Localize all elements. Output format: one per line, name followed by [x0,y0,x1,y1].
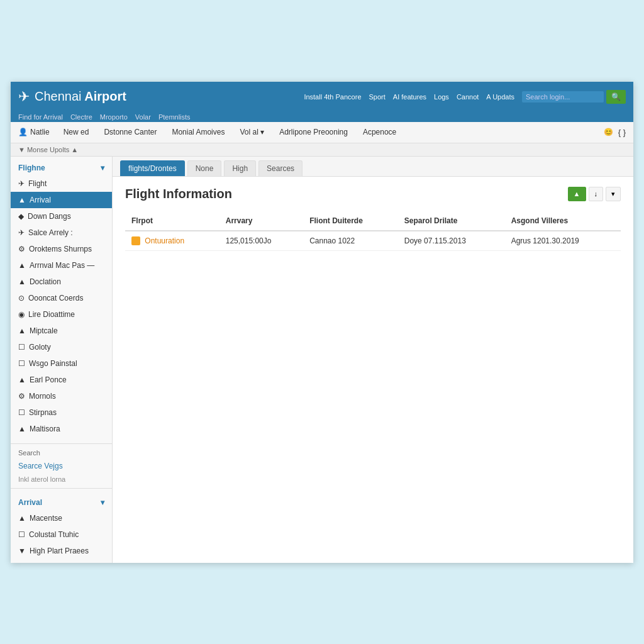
menu-adrl[interactable]: Adrlipone Preooning [278,128,349,136]
sidebar-item-salce[interactable]: ✈ Salce Arrely : [11,225,112,241]
arrnval-icon: ▲ [18,261,26,270]
main-layout: Flighne ▾ ✈ Flight ▲ Arrival ◆ Down Dang… [11,157,633,563]
sidebar-item-flight[interactable]: ✈ Flight [11,175,112,192]
cell-arrvary: 125,015:00Jo [219,231,303,251]
arrival-icon: ▲ [18,196,26,204]
subnav-clectre[interactable]: Clectre [70,113,92,121]
flight-icon: ✈ [18,179,25,188]
stirpnas-icon: ☐ [18,408,25,417]
high-plart-icon: ▼ [18,547,26,555]
menu-vol[interactable]: Vol al ▾ [238,128,265,136]
tab-high[interactable]: High [224,160,256,176]
sidebar-section-flights: Flighne ▾ ✈ Flight ▲ Arrival ◆ Down Dang… [11,157,112,441]
subnav-mro[interactable]: Mroporto [100,113,128,121]
action-btn-down[interactable]: ↓ [589,187,604,201]
col-arrvary: Arrvary [219,211,303,231]
cell-flrpot: Ontuuration [125,231,219,251]
earl-icon: ▲ [18,375,26,384]
user-label: Natlie [30,128,50,136]
flight-link[interactable]: Ontuuration [145,236,184,245]
sidebar-arrival-section: Arrival ▾ ▲ Macentse ☐ Colustal Ttuhic ▼… [11,491,112,563]
table-row: Ontuuration 125,015:00Jo Cannao 1022 Doy… [125,231,621,251]
section-header: Flight Information ▲ ↓ ▾ [125,187,621,201]
menu-bar-right: 😊 { } [604,128,626,137]
col-separol: Separol Drilate [398,211,505,231]
nav-install[interactable]: Install 4th Pancore [304,93,361,101]
sidebar-item-earl[interactable]: ▲ Earl Ponce [11,372,112,388]
down-dangs-icon: ◆ [18,212,24,221]
nav-ai[interactable]: AI features [393,93,426,101]
sidebar-item-arrival[interactable]: ▲ Arrival [11,192,112,208]
action-btn-dropdown[interactable]: ▾ [606,187,621,201]
menu-new[interactable]: New ed [62,128,91,136]
section-actions: ▲ ↓ ▾ [568,187,621,201]
top-search-input[interactable] [522,91,604,103]
miptcale-icon: ▲ [18,326,26,335]
lire-icon: ◉ [18,310,25,319]
nav-sport[interactable]: Sport [369,93,386,101]
menu-bar-left: 👤 Natlie New ed Dstonne Canter Monial Am… [18,128,397,136]
menu-monial[interactable]: Monial Amoives [170,128,226,136]
subnav-volar[interactable]: Volar [135,113,151,121]
plane-icon: ✈ [18,89,30,105]
action-btn-up[interactable]: ▲ [568,187,586,201]
sidebar-item-wsgo[interactable]: ☐ Wsgo Painstal [11,355,112,372]
col-flrpot: Flrpot [125,211,219,231]
user-menu[interactable]: 👤 Natlie [18,128,50,136]
col-fliont: Fliont Duiterde [303,211,398,231]
nav-cannot[interactable]: Cannot [457,93,479,101]
sidebar-item-goloty[interactable]: ☐ Goloty [11,339,112,355]
sidebar-item-high-plart[interactable]: ▼ High Plart Praees [11,543,112,559]
sidebar-item-macentse[interactable]: ▲ Macentse [11,510,112,526]
sidebar-divider-1 [11,443,112,444]
menu-dstonne[interactable]: Dstonne Canter [103,128,158,136]
user-icon: 👤 [18,128,28,136]
oooncat-icon: ⊙ [18,294,25,303]
sidebar: Flighne ▾ ✈ Flight ▲ Arrival ◆ Down Dang… [11,157,113,563]
table-header: Flrpot Arrvary Fliont Duiterde Separol D… [125,211,621,231]
sidebar-item-oooncat[interactable]: ⊙ Oooncat Coerds [11,290,112,306]
goloty-icon: ☐ [18,343,25,352]
sidebar-item-maltisora[interactable]: ▲ Maltisora [11,421,112,437]
menu-bar: 👤 Natlie New ed Dstonne Canter Monial Am… [11,122,633,143]
sidebar-item-lire[interactable]: ◉ Lire Dioattime [11,306,112,323]
sidebar-additional-label: Inkl aterol lorna [11,473,112,486]
tab-flights-drontes[interactable]: flights/Drontes [120,160,185,176]
sidebar-flights-header[interactable]: Flighne ▾ [11,160,112,175]
sidebar-item-miptcale[interactable]: ▲ Miptcale [11,323,112,339]
flight-info-title: Flight Information [125,187,232,201]
tab-bar: flights/Drontes None High Searces [113,157,633,177]
sidebar-divider-2 [11,488,112,489]
smiley-icon[interactable]: 😊 [604,128,613,136]
menu-acpen[interactable]: Acpenoce [362,128,397,136]
top-search-button[interactable]: 🔍 [606,90,626,104]
tab-none[interactable]: None [187,160,222,176]
sidebar-search-vejgs[interactable]: Searce Vejgs [18,462,104,470]
cell-asgond: Agrus 1201.30.2019 [505,231,621,251]
breadcrumb: ▼ Monse Upolts ▲ [11,143,633,157]
cell-fliont: Cannao 1022 [303,231,398,251]
flight-info-section: Flight Information ▲ ↓ ▾ Flrpot Arrvary … [113,177,633,262]
subnav-find[interactable]: Find for Arrival [18,113,63,121]
sidebar-item-mornols[interactable]: ⚙ Mornols [11,388,112,404]
colustal-icon: ☐ [18,530,25,539]
sidebar-item-arrnval[interactable]: ▲ Arrnval Mac Pas — [11,257,112,274]
salce-icon: ✈ [18,228,25,237]
subnav-ptm[interactable]: Ptemnlists [158,113,191,121]
sidebar-item-doclation[interactable]: ▲ Doclation [11,274,112,290]
sidebar-item-stirpnas[interactable]: ☐ Stirpnas [11,404,112,421]
sidebar-item-colustal[interactable]: ☐ Colustal Ttuhic [11,526,112,543]
sidebar-item-down-dangs[interactable]: ◆ Down Dangs [11,208,112,225]
nav-updates[interactable]: A Updats [486,93,514,101]
cell-separol: Doye 07.115.2013 [398,231,505,251]
code-icon[interactable]: { } [618,128,626,137]
nav-logs[interactable]: Logs [434,93,449,101]
tab-searces[interactable]: Searces [258,160,303,176]
maltisora-icon: ▲ [18,425,26,433]
sidebar-arrival-header[interactable]: Arrival ▾ [11,495,112,510]
logo-text: Chennai Airport [35,89,126,104]
sidebar-item-oroktems[interactable]: ⚙ Oroktems Shurnps [11,241,112,257]
content-area: flights/Drontes None High Searces Flight… [113,157,633,563]
macentse-icon: ▲ [18,514,26,523]
sub-nav: Find for Arrival Clectre Mroporto Volar … [11,112,633,122]
